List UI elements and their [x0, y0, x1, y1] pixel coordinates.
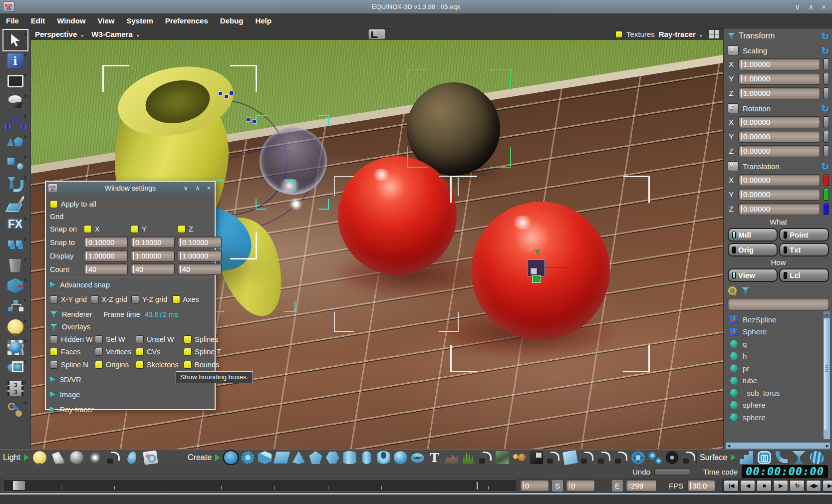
- pipe-icon[interactable]: [776, 451, 788, 463]
- manipulator-center-handle[interactable]: [531, 268, 537, 274]
- cloth-icon[interactable]: [562, 450, 578, 465]
- apply-to-all-checkbox[interactable]: [50, 200, 58, 208]
- axis-slider[interactable]: [824, 116, 829, 128]
- dialog-close-button[interactable]: ×: [207, 184, 211, 192]
- plane-checkbox[interactable]: [91, 295, 99, 303]
- axis-slider[interactable]: [824, 58, 829, 70]
- menu-file[interactable]: File: [6, 16, 19, 25]
- axis-slider[interactable]: [824, 189, 829, 201]
- object-list-hscrollbar[interactable]: ◀▶: [726, 442, 831, 449]
- axis-value-field[interactable]: 1.00000: [738, 87, 820, 99]
- menu-window[interactable]: Window: [57, 16, 85, 25]
- plug-icon[interactable]: [107, 451, 120, 464]
- sphere-icon[interactable]: [394, 451, 407, 464]
- control-vertex[interactable]: [247, 118, 250, 121]
- object-q[interactable]: q: [730, 338, 829, 350]
- skeleton-tool[interactable]: [3, 398, 27, 419]
- plug-icon[interactable]: [479, 451, 492, 464]
- gear-icon[interactable]: [241, 451, 255, 464]
- menu-preferences[interactable]: Preferences: [165, 16, 208, 25]
- object-tube[interactable]: tube: [730, 375, 829, 387]
- animation-tool[interactable]: [3, 378, 27, 398]
- scrollbar-thumb[interactable]: [824, 319, 830, 430]
- scroll-left-icon[interactable]: ◀: [727, 444, 730, 448]
- object-pr[interactable]: pr: [730, 362, 829, 375]
- textures-checkbox[interactable]: [615, 31, 622, 38]
- object-sphere[interactable]: Sphere: [730, 326, 829, 338]
- primitives-tool[interactable]: [3, 153, 27, 173]
- menu-system[interactable]: System: [126, 16, 153, 25]
- overlay-checkbox[interactable]: [50, 361, 58, 369]
- object-sub-torus[interactable]: _sub_torus: [730, 387, 829, 399]
- bottom-scrollbar[interactable]: [0, 493, 832, 504]
- axis-value-field[interactable]: 0.00000: [738, 131, 820, 143]
- gears-icon[interactable]: [648, 451, 662, 464]
- fps-field[interactable]: 30.0: [687, 480, 715, 492]
- overlay-checkbox[interactable]: [136, 348, 144, 356]
- refresh-icon[interactable]: ↻: [821, 46, 829, 55]
- rotation-key-button[interactable]: C: [728, 103, 739, 113]
- play-button[interactable]: ▶: [773, 480, 788, 492]
- snap-to-field[interactable]: 0.10000: [84, 237, 128, 248]
- axis-checkbox[interactable]: [131, 225, 139, 233]
- manipulator-axis-arrow-icon[interactable]: [535, 250, 541, 255]
- axis-value-field[interactable]: 0.00000: [738, 174, 820, 186]
- cylinder-icon[interactable]: [343, 451, 356, 464]
- overlay-checkbox[interactable]: [50, 348, 58, 356]
- menu-help[interactable]: Help: [255, 16, 272, 25]
- control-vertex[interactable]: [230, 91, 233, 95]
- mdl-button[interactable]: Mdl: [728, 228, 778, 242]
- jump-end-button[interactable]: ▶|: [823, 480, 832, 492]
- tire-icon[interactable]: [665, 451, 679, 464]
- object-sphere-3[interactable]: sphere: [730, 411, 829, 422]
- plane-icon[interactable]: [274, 452, 290, 463]
- camera-box-icon[interactable]: [530, 451, 543, 464]
- icosahedron-icon[interactable]: [326, 451, 339, 464]
- menu-view[interactable]: View: [98, 16, 115, 25]
- plug-icon[interactable]: [614, 451, 628, 464]
- timeline-handle[interactable]: [12, 481, 25, 491]
- snap-to-field[interactable]: 0.10000: [178, 237, 222, 248]
- manipulator-y-handle[interactable]: [532, 275, 541, 283]
- sweep-icon[interactable]: [810, 451, 824, 464]
- axis-slider[interactable]: [824, 174, 829, 186]
- maximize-button[interactable]: ∧: [808, 3, 814, 10]
- bulb-icon[interactable]: [33, 451, 46, 464]
- plug-icon[interactable]: [547, 451, 560, 464]
- axis-checkbox[interactable]: [84, 225, 92, 233]
- control-vertex[interactable]: [253, 120, 256, 123]
- plug-icon[interactable]: [597, 451, 611, 464]
- ruler-grid-button[interactable]: [368, 29, 385, 39]
- orig-button[interactable]: Orig: [728, 243, 778, 256]
- render-window-tool[interactable]: [3, 71, 27, 91]
- section-expand-icon[interactable]: [24, 454, 29, 461]
- object-search-input[interactable]: [728, 298, 829, 310]
- overlay-checkbox[interactable]: [95, 335, 103, 343]
- layout-grid-icon[interactable]: [709, 30, 719, 38]
- plane-checkbox[interactable]: [131, 295, 139, 303]
- control-vertex[interactable]: [225, 95, 228, 98]
- scroll-right-icon[interactable]: ▶: [826, 444, 829, 448]
- axis-slider[interactable]: [824, 73, 829, 85]
- overlay-checkbox[interactable]: [136, 335, 144, 343]
- render-lamp-tool[interactable]: [3, 91, 27, 112]
- axis-value-field[interactable]: 0.00000: [738, 203, 820, 215]
- section-expand-icon[interactable]: [215, 454, 220, 461]
- pingpong-button[interactable]: ◀▶: [806, 480, 821, 492]
- plug-icon[interactable]: [580, 451, 594, 464]
- end-frame-field[interactable]: 299: [626, 480, 657, 492]
- lathe-icon[interactable]: [792, 451, 806, 464]
- scroll-up-icon[interactable]: ▲: [824, 311, 830, 318]
- dodecahedron-icon[interactable]: [309, 451, 322, 464]
- axis-value-field[interactable]: 0.00000: [738, 189, 820, 201]
- overlay-checkbox[interactable]: [184, 348, 192, 356]
- renderer-dropdown[interactable]: Ray-tracer: [659, 30, 696, 38]
- palette-icon[interactable]: [143, 450, 158, 465]
- translation-key-button[interactable]: V: [728, 161, 739, 171]
- loop-button[interactable]: ↻: [790, 480, 805, 492]
- manipulator-x-axis[interactable]: [546, 267, 571, 268]
- expand-arrow-icon[interactable]: [50, 282, 55, 288]
- extrude-icon[interactable]: [740, 451, 753, 464]
- point-button[interactable]: Point: [779, 228, 829, 242]
- round-box-icon[interactable]: [758, 451, 771, 464]
